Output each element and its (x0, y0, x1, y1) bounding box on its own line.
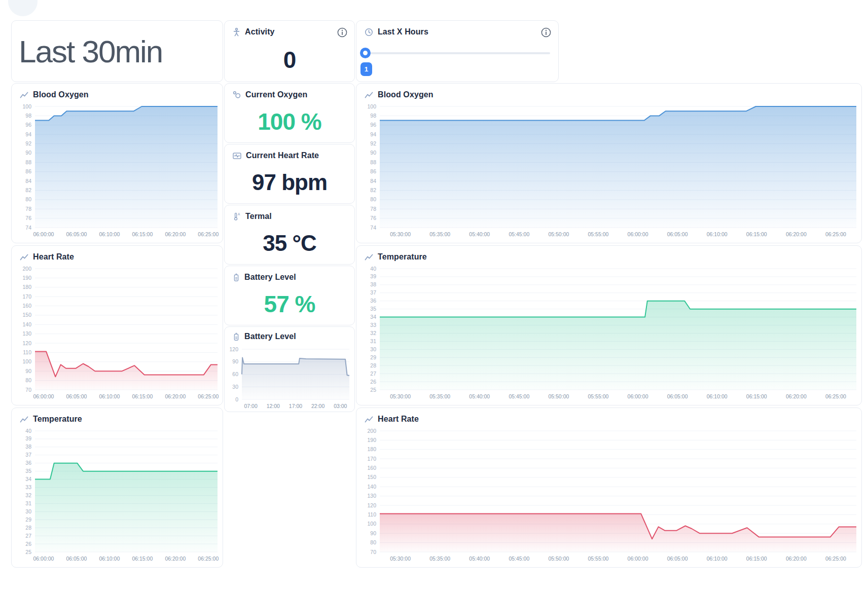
svg-text:26: 26 (370, 379, 376, 385)
svg-text:05:30:00: 05:30:00 (390, 393, 411, 399)
page-title: Last 30min (19, 33, 162, 69)
current-heart-rate-value: 97 bpm (225, 165, 354, 200)
heart-rate-chart-card: Heart Rate 70809010011012013014015016017… (11, 245, 223, 405)
svg-text:22:00: 22:00 (311, 403, 324, 409)
svg-text:92: 92 (25, 140, 31, 146)
battery-level-card: Battery Level 57 % (224, 266, 355, 325)
svg-text:06:25:00: 06:25:00 (198, 231, 219, 237)
termal-label: Termal (245, 212, 272, 221)
current-oxygen-value: 100 % (225, 104, 354, 139)
chart-title: Blood Oxygen (33, 90, 89, 99)
trend-line-icon (365, 91, 373, 99)
svg-text:37: 37 (370, 289, 376, 295)
svg-text:06:10:00: 06:10:00 (99, 393, 120, 399)
svg-text:90: 90 (370, 150, 376, 156)
svg-text:120: 120 (22, 340, 31, 346)
svg-text:200: 200 (22, 266, 31, 272)
trend-line-icon (365, 416, 373, 423)
svg-text:98: 98 (25, 113, 31, 119)
svg-text:12:00: 12:00 (267, 403, 280, 409)
svg-text:06:25:00: 06:25:00 (825, 393, 846, 399)
info-icon[interactable] (337, 27, 348, 38)
svg-text:31: 31 (370, 338, 376, 344)
svg-text:28: 28 (370, 362, 376, 368)
termal-card: A Termal 35 °C (224, 205, 355, 265)
svg-text:130: 130 (22, 330, 31, 337)
trend-line-icon (20, 91, 28, 99)
svg-text:03:00: 03:00 (334, 403, 347, 409)
heart-rate-chart[interactable]: 7080901001101201301401501601701801902000… (12, 266, 222, 403)
svg-text:80: 80 (25, 377, 31, 383)
svg-text:05:55:00: 05:55:00 (588, 231, 609, 237)
svg-text:90: 90 (25, 368, 31, 374)
svg-text:06:15:00: 06:15:00 (746, 393, 767, 399)
battery-level-chart[interactable]: 030609012007:0012:0017:0022:0003:00 (225, 345, 352, 411)
blood-oxygen-wide-chart[interactable]: 7476788082848688909294969810005:30:0005:… (356, 104, 860, 241)
svg-text:120: 120 (367, 502, 376, 508)
heart-rate-wide-chart[interactable]: 7080901001101201301401501601701801902000… (356, 428, 860, 565)
svg-text:26: 26 (25, 541, 31, 547)
svg-text:84: 84 (25, 178, 31, 184)
svg-text:34: 34 (25, 476, 31, 482)
svg-text:06:05:00: 06:05:00 (667, 556, 688, 562)
current-oxygen-card: Current Oxygen 100 % (224, 83, 355, 143)
person-icon (233, 28, 240, 36)
svg-text:100: 100 (367, 104, 376, 109)
svg-text:06:05:00: 06:05:00 (667, 393, 688, 399)
blood-oxygen-chart-card: Blood Oxygen 747678808284868890929496981… (11, 83, 223, 243)
svg-text:29: 29 (370, 354, 376, 360)
hours-slider-handle[interactable] (360, 48, 371, 58)
svg-text:37: 37 (25, 452, 31, 458)
info-icon[interactable] (540, 27, 552, 38)
corner-orb (8, 0, 38, 16)
svg-text:06:00:00: 06:00:00 (628, 556, 648, 562)
svg-text:82: 82 (370, 187, 376, 193)
svg-text:06:05:00: 06:05:00 (66, 231, 87, 237)
svg-text:80: 80 (25, 196, 31, 202)
svg-text:06:15:00: 06:15:00 (132, 393, 153, 399)
svg-text:100: 100 (22, 358, 31, 364)
clock-icon (365, 28, 373, 36)
activity-card: Activity 0 (224, 20, 355, 82)
temperature-chart[interactable]: 2526272829303132333435363738394006:00:00… (12, 428, 222, 565)
svg-text:82: 82 (25, 187, 31, 193)
svg-text:96: 96 (25, 122, 31, 128)
svg-text:180: 180 (367, 446, 376, 452)
svg-text:30: 30 (370, 346, 376, 352)
svg-text:150: 150 (367, 474, 376, 480)
svg-text:06:00:00: 06:00:00 (33, 393, 54, 399)
battery-level-chart-card: Battery Level 030609012007:0012:0017:002… (224, 326, 355, 412)
activity-value: 0 (225, 41, 354, 79)
svg-text:28: 28 (25, 525, 31, 531)
svg-text:36: 36 (25, 460, 31, 466)
svg-text:78: 78 (25, 206, 31, 212)
svg-text:25: 25 (25, 549, 31, 555)
battery-level-label: Battery Level (244, 273, 296, 282)
svg-text:130: 130 (367, 493, 376, 499)
svg-text:100: 100 (22, 104, 31, 109)
svg-text:06:10:00: 06:10:00 (707, 231, 728, 237)
svg-text:07:00: 07:00 (244, 403, 258, 409)
temperature-chart-card: Temperature 2526272829303132333435363738… (11, 408, 223, 568)
svg-text:84: 84 (370, 178, 376, 184)
blood-oxygen-chart[interactable]: 7476788082848688909294969810006:00:0006:… (12, 104, 222, 241)
trend-line-icon (365, 253, 373, 261)
svg-text:34: 34 (370, 314, 376, 320)
chart-title: Temperature (378, 252, 427, 262)
svg-text:17:00: 17:00 (289, 403, 302, 409)
svg-text:200: 200 (367, 428, 376, 434)
svg-text:06:10:00: 06:10:00 (99, 556, 120, 562)
heart-rate-box-icon (233, 152, 241, 160)
battery-icon (233, 273, 240, 282)
svg-text:100: 100 (367, 521, 376, 527)
oxygen-molecule-icon (233, 91, 241, 99)
trend-line-icon (20, 416, 28, 423)
svg-text:74: 74 (370, 225, 376, 231)
hours-slider-track[interactable] (365, 52, 550, 54)
battery-icon (233, 332, 240, 341)
svg-text:96: 96 (370, 122, 376, 128)
svg-text:180: 180 (22, 284, 31, 290)
temperature-wide-chart[interactable]: 2526272829303132333435363738394005:30:00… (356, 266, 860, 403)
temperature-wide-chart-card: Temperature 2526272829303132333435363738… (356, 245, 862, 405)
svg-text:33: 33 (370, 322, 376, 328)
